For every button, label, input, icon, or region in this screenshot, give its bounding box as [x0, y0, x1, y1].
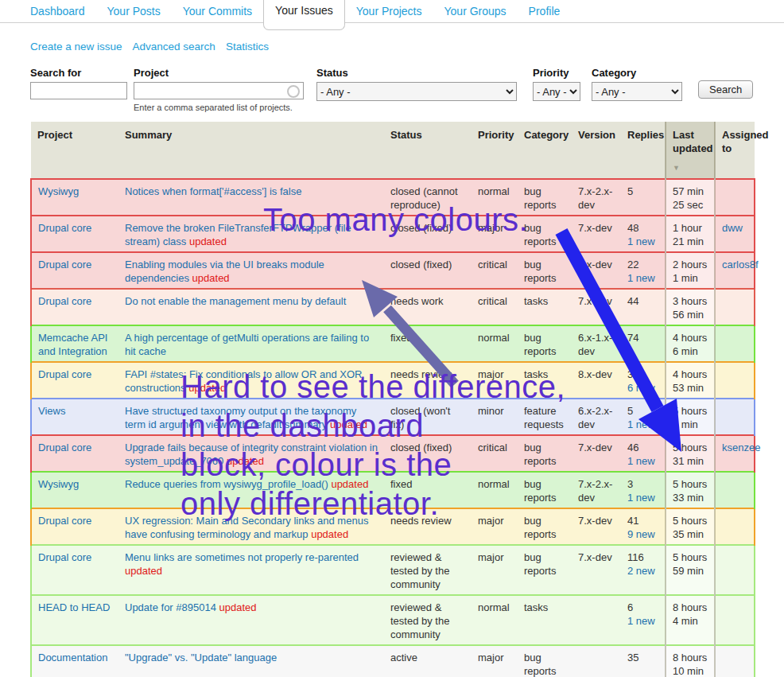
issue-summary-link[interactable]: "Upgrade" vs. "Update" language	[125, 652, 277, 663]
last-updated-cell: 1 hour 21 min	[666, 216, 715, 252]
col-header-assigned-to[interactable]: Assigned to	[715, 122, 755, 179]
issue-summary-link[interactable]: Reduce queries from wysiwyg_profile_load…	[125, 478, 328, 490]
action-link-create-a-new-issue[interactable]: Create a new issue	[30, 41, 122, 53]
assigned-user-link[interactable]: carlos8f	[722, 259, 759, 270]
status-cell: needs review	[384, 508, 472, 545]
last-updated-cell: 8 hours 4 min	[666, 595, 715, 645]
priority-select[interactable]: - Any -	[533, 82, 580, 101]
col-header-summary[interactable]: Summary	[118, 122, 384, 179]
col-header-replies[interactable]: Replies	[621, 122, 666, 179]
issue-filters: Search for Project Enter a comma separat…	[30, 67, 762, 115]
search-input[interactable]	[30, 82, 127, 99]
table-row: ViewsHave structured taxonomy output on …	[31, 399, 755, 435]
project-link[interactable]: Views	[38, 405, 65, 417]
project-link[interactable]: Drupal core	[38, 442, 91, 453]
tab-your-projects[interactable]: Your Projects	[345, 0, 433, 30]
project-link[interactable]: Wysiwyg	[38, 478, 79, 490]
project-link[interactable]: Documentation	[38, 652, 107, 663]
new-replies-link[interactable]: 9 new	[627, 527, 655, 541]
replies-cell: 481 new	[621, 216, 666, 252]
version-cell: 7.x-dev	[572, 216, 621, 252]
category-select[interactable]: - Any -	[592, 82, 682, 101]
assigned-cell	[715, 472, 755, 508]
status-select[interactable]: - Any -	[316, 82, 517, 101]
col-header-version[interactable]: Version	[572, 122, 621, 179]
summary-cell: Update for #895014 updated	[118, 595, 384, 645]
new-replies-link[interactable]: 1 new	[627, 614, 655, 628]
project-link[interactable]: Drupal core	[38, 515, 91, 527]
issue-summary-link[interactable]: A high percentage of getMulti operations…	[125, 332, 369, 357]
project-input[interactable]	[134, 82, 304, 99]
action-link-advanced-search[interactable]: Advanced search	[133, 41, 215, 53]
project-link[interactable]: Drupal core	[38, 368, 91, 380]
tab-your-posts[interactable]: Your Posts	[96, 0, 172, 30]
summary-cell: Remove the broken FileTransferFTPWrapper…	[118, 216, 384, 252]
tab-your-issues[interactable]: Your Issues	[263, 0, 345, 30]
project-link[interactable]: Drupal core	[38, 259, 91, 270]
assigned-user-link[interactable]: dww	[722, 222, 743, 234]
replies-cell: 61 new	[621, 595, 666, 645]
new-replies-link[interactable]: 2 new	[627, 564, 655, 578]
project-link[interactable]: HEAD to HEAD	[38, 601, 110, 613]
summary-cell: Notices when format['#access'] is false	[118, 179, 384, 216]
project-link[interactable]: Wysiwyg	[38, 185, 79, 197]
col-header-project[interactable]: Project	[31, 122, 118, 179]
version-cell: 7.x-2.x-dev	[572, 179, 621, 216]
new-replies-link[interactable]: 1 new	[627, 418, 655, 431]
tab-dashboard[interactable]: Dashboard	[19, 0, 96, 30]
new-replies-link[interactable]: 1 new	[627, 271, 655, 285]
updated-marker: updated	[189, 235, 227, 247]
col-header-category[interactable]: Category	[518, 122, 572, 179]
col-header-status[interactable]: Status	[384, 122, 472, 179]
col-header-priority[interactable]: Priority	[472, 122, 518, 179]
new-replies-link[interactable]: 1 new	[627, 454, 655, 468]
status-cell: closed (cannot reproduce)	[384, 179, 472, 216]
updated-marker: updated	[331, 478, 368, 490]
issue-summary-link[interactable]: Notices when format['#access'] is false	[125, 185, 301, 197]
status-cell: closed (won't fix)	[384, 399, 472, 435]
issue-summary-link[interactable]: Do not enable the management menu by def…	[125, 295, 346, 307]
project-cell: Drupal core	[31, 362, 118, 399]
assigned-cell	[715, 362, 755, 399]
replies-count: 41	[627, 514, 658, 527]
project-link[interactable]: Drupal core	[38, 222, 91, 234]
priority-cell: critical	[472, 435, 518, 472]
filter-submit: Search	[698, 80, 753, 99]
tab-profile[interactable]: Profile	[518, 0, 572, 30]
new-replies-link[interactable]: 1 new	[627, 235, 655, 248]
updated-marker: updated	[192, 272, 230, 284]
table-row: Drupal coreMenu links are sometimes not …	[31, 545, 755, 595]
assigned-user-link[interactable]: ksenzee	[722, 442, 760, 453]
project-link[interactable]: Drupal core	[38, 295, 91, 307]
filter-project: Project Enter a comma separated list of …	[134, 67, 304, 112]
issue-summary-link[interactable]: Update for #895014	[125, 601, 216, 613]
version-cell: 7.x-dev	[572, 252, 621, 289]
last-updated-cell: 5 hours 33 min	[666, 472, 715, 508]
category-cell: bug reports	[518, 435, 572, 472]
summary-cell: Reduce queries from wysiwyg_profile_load…	[118, 472, 384, 508]
category-cell: bug reports	[518, 545, 572, 595]
col-header-last-updated[interactable]: Last updated▼	[666, 122, 715, 179]
summary-cell: Enabling modules via the UI breaks modul…	[118, 252, 384, 289]
issue-summary-link[interactable]: Remove the broken FileTransferFTPWrapper…	[125, 222, 351, 247]
last-updated-cell: 5 hours 31 min	[666, 435, 715, 472]
status-cell: reviewed & tested by the community	[384, 545, 472, 595]
issue-summary-link[interactable]: FAPI #states: Fix conditionals to allow …	[125, 368, 362, 394]
updated-marker: updated	[330, 418, 367, 430]
last-updated-cell: 57 min 25 sec	[666, 179, 715, 216]
search-for-label: Search for	[30, 67, 127, 79]
tab-your-groups[interactable]: Your Groups	[433, 0, 518, 30]
priority-label: Priority	[533, 67, 580, 79]
tab-your-commits[interactable]: Your Commits	[172, 0, 263, 30]
search-button[interactable]: Search	[698, 80, 753, 99]
updated-marker: updated	[219, 601, 257, 613]
issue-summary-link[interactable]: Have structured taxonomy output on the t…	[125, 405, 356, 430]
action-link-statistics[interactable]: Statistics	[226, 41, 269, 53]
project-link[interactable]: Memcache API and Integration	[38, 332, 107, 357]
new-replies-link[interactable]: 6 new	[627, 381, 655, 395]
new-replies-link[interactable]: 1 new	[627, 491, 655, 504]
project-link[interactable]: Drupal core	[38, 551, 91, 563]
issue-summary-link[interactable]: Menu links are sometimes not properly re…	[125, 551, 359, 563]
assigned-cell	[715, 508, 755, 545]
category-cell: bug reports	[518, 216, 572, 252]
